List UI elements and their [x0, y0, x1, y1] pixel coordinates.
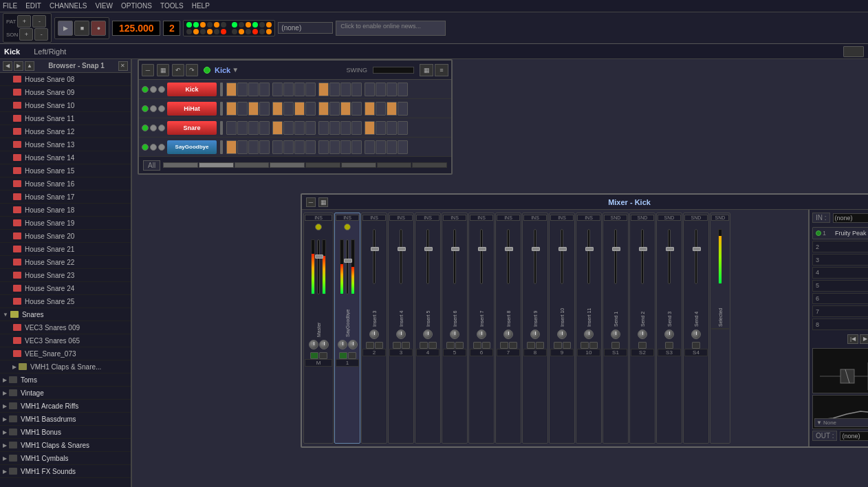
fx-out-dropdown[interactable]: (none) — [840, 431, 868, 441]
step-btn[interactable] — [272, 102, 283, 116]
seq-redo-btn[interactable]: ↷ — [186, 64, 198, 76]
channel-btn[interactable] — [611, 342, 620, 349]
browser-folder-vmh1clapssnares[interactable]: ▶ VMH1 Claps & Snares — [0, 439, 131, 452]
channel-knob[interactable] — [530, 329, 540, 339]
track-name-snare[interactable]: Snare — [167, 121, 217, 135]
step-btn[interactable] — [376, 102, 386, 116]
channel-send-led[interactable] — [344, 224, 351, 230]
channel-knob[interactable] — [584, 329, 594, 339]
step-btn[interactable] — [376, 121, 386, 135]
channel-knob[interactable] — [450, 329, 459, 339]
step-btn[interactable] — [351, 102, 362, 116]
step-btn[interactable] — [237, 102, 248, 116]
play-btn[interactable]: ▶ — [58, 21, 73, 36]
list-item[interactable]: House Snare 15 — [0, 164, 131, 177]
track-volume-hihat[interactable] — [220, 102, 223, 116]
track-active-dot[interactable] — [142, 144, 149, 151]
step-btn[interactable] — [248, 102, 259, 116]
del-pattern-btn[interactable]: - — [32, 15, 46, 28]
step-btn[interactable] — [376, 140, 386, 154]
step-btn[interactable] — [329, 121, 340, 135]
fader-handle[interactable] — [398, 247, 406, 251]
step-btn[interactable] — [376, 83, 386, 96]
seq-graph-btn-2[interactable]: ≡ — [435, 64, 448, 76]
step-btn[interactable] — [283, 140, 294, 154]
step-btn[interactable] — [398, 102, 408, 116]
browser-nav-up[interactable]: ▲ — [25, 61, 34, 71]
step-btn[interactable] — [318, 140, 329, 154]
menu-view[interactable]: VIEW — [95, 2, 113, 10]
fx-in-dropdown[interactable]: (none) — [833, 213, 868, 223]
step-btn[interactable] — [318, 102, 329, 116]
step-btn[interactable] — [398, 121, 408, 135]
fx-slot-active-led[interactable] — [816, 230, 821, 236]
step-btn[interactable] — [226, 102, 237, 116]
step-btn[interactable] — [318, 121, 329, 135]
fx-slot-7[interactable]: 7 — [812, 305, 868, 317]
list-item[interactable]: House Snare 23 — [0, 269, 131, 282]
step-btn[interactable] — [351, 121, 362, 135]
fx-transport-prev-btn[interactable]: |◀ — [847, 334, 858, 344]
mixer-settings-btn[interactable]: ▦ — [318, 197, 328, 207]
stop-btn[interactable]: ■ — [74, 21, 89, 36]
channel-knob[interactable] — [503, 329, 513, 339]
track-solo-dot[interactable] — [158, 86, 165, 93]
channel-btn[interactable] — [375, 342, 383, 349]
track-mute-dot[interactable] — [150, 144, 157, 151]
step-btn[interactable] — [318, 83, 329, 96]
step-btn[interactable] — [283, 102, 294, 116]
list-item[interactable]: House Snare 19 — [0, 217, 131, 230]
track-solo-dot[interactable] — [158, 144, 165, 151]
channel-btn[interactable] — [665, 342, 673, 349]
list-item[interactable]: VEC3 Snares 009 — [0, 321, 131, 334]
step-btn[interactable] — [226, 83, 237, 96]
swing-slider[interactable] — [373, 67, 414, 74]
channel-send-led[interactable] — [315, 224, 322, 230]
fader-handle[interactable] — [505, 247, 513, 251]
fx-slot-2[interactable]: 2 — [812, 241, 868, 252]
list-item[interactable]: House Snare 09 — [0, 86, 131, 99]
fx-transport-play-btn[interactable]: ▶ — [860, 334, 868, 344]
step-btn[interactable] — [305, 83, 316, 96]
fx-slot-6[interactable]: 6 — [812, 293, 868, 305]
seq-settings-btn[interactable]: ▦ — [157, 64, 169, 76]
mixer-minimize-btn[interactable]: ─ — [306, 197, 316, 207]
step-btn[interactable] — [305, 102, 316, 116]
step-btn[interactable] — [259, 140, 270, 154]
channel-btn[interactable] — [428, 342, 437, 349]
step-btn[interactable] — [248, 83, 259, 96]
track-active-dot[interactable] — [142, 86, 149, 93]
step-btn[interactable] — [365, 83, 375, 96]
step-btn[interactable] — [329, 83, 340, 96]
channel-btn[interactable] — [482, 342, 490, 349]
record-btn[interactable]: ● — [91, 21, 106, 36]
list-item[interactable]: House Snare 17 — [0, 191, 131, 204]
list-item[interactable]: House Snare 13 — [0, 138, 131, 151]
list-item[interactable]: House Snare 10 — [0, 99, 131, 112]
fader-handle[interactable] — [451, 247, 459, 251]
step-btn[interactable] — [294, 83, 305, 96]
channel-knob[interactable] — [611, 329, 620, 339]
fader-handle[interactable] — [344, 259, 352, 263]
add-pattern-btn[interactable]: + — [17, 15, 31, 28]
track-volume-snare[interactable] — [220, 121, 223, 135]
browser-folder-vmh1bonus[interactable]: ▶ VMH1 Bonus — [0, 426, 131, 439]
fader-handle[interactable] — [532, 247, 540, 251]
step-btn[interactable] — [340, 121, 351, 135]
step-btn[interactable] — [340, 102, 351, 116]
fx-slot-1[interactable]: 1 Fruity Peak Controller ▶ ✕ — [812, 227, 868, 239]
browser-folder-vmh1bass[interactable]: ▶ VMH1 Bassdrums — [0, 413, 131, 426]
list-item[interactable]: House Snare 11 — [0, 112, 131, 125]
step-btn[interactable] — [283, 83, 294, 96]
step-btn[interactable] — [387, 140, 397, 154]
add-song-btn[interactable]: + — [19, 28, 33, 41]
step-btn[interactable] — [259, 102, 270, 116]
channel-knob[interactable] — [369, 329, 379, 339]
channel-solo-btn[interactable] — [348, 352, 356, 359]
menu-file[interactable]: FILE — [3, 2, 17, 10]
fader-handle[interactable] — [666, 247, 674, 251]
browser-folder-vmh1fx[interactable]: ▶ VMH1 FX Sounds — [0, 465, 131, 478]
list-item[interactable]: House Snare 22 — [0, 256, 131, 269]
step-btn[interactable] — [398, 140, 408, 154]
step-btn[interactable] — [398, 83, 408, 96]
